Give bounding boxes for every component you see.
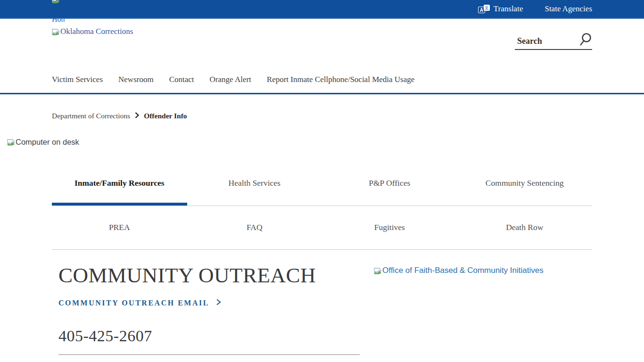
tab-death-row[interactable]: Death Row [457,222,593,232]
broken-image-icon [52,28,59,38]
hero-image-broken: Computer on desk [7,138,79,148]
site-logo-link[interactable]: Oklahoma Corrections [52,27,133,38]
tab-health-services[interactable]: Health Services [187,178,322,188]
tab-prea[interactable]: PREA [52,222,187,232]
broken-image-icon [7,139,15,148]
nav-item-contact[interactable]: Contact [169,75,194,84]
tab-inmate-family-resources[interactable]: Inmate/Family Resources [52,178,187,188]
header-divider-shadow [0,95,644,95]
tab-community-sentencing[interactable]: Community Sentencing [457,178,593,188]
broken-image-icon [374,267,381,277]
tab-row-1: Inmate/Family Resources Health Services … [52,178,592,188]
hero-image-alt-text: Computer on desk [16,138,79,147]
tab-pp-offices[interactable]: P&P Offices [322,178,457,188]
chevron-right-icon [216,299,221,307]
tab-fugitives[interactable]: Fugitives [322,222,457,232]
utility-bar: A 文 Translate State Agencies [0,0,644,19]
community-outreach-email-label: COMMUNITY OUTREACH EMAIL [58,299,209,307]
content-divider [58,354,360,355]
translate-button[interactable]: A 文 Translate [478,4,523,14]
breadcrumb-parent-link[interactable]: Department of Corrections [52,112,130,120]
nav-item-victim-services[interactable]: Victim Services [52,75,103,84]
phone-number: 405-425-2607 [58,327,152,345]
tab-row-2: PREA FAQ Fugitives Death Row [52,222,592,232]
nav-item-newsroom[interactable]: Newsroom [118,75,154,84]
translate-label: Translate [494,4,523,14]
search-icon[interactable] [578,32,592,49]
page: A 文 Translate State Agencies Hon Oklahom… [0,0,644,362]
nav-item-report-cellphone[interactable]: Report Inmate Cellphone/Social Media Usa… [267,75,414,84]
tab-row-2-divider [52,249,592,250]
state-agencies-link[interactable]: State Agencies [545,4,592,14]
nav-item-orange-alert[interactable]: Orange Alert [210,75,251,84]
search-box [515,33,592,50]
tab-row-1-divider [52,206,592,206]
header-divider [0,93,644,94]
main-navigation: Victim Services Newsroom Contact Orange … [52,75,414,84]
page-title: COMMUNITY OUTREACH [58,263,316,288]
chevron-right-icon [135,112,139,120]
translate-icon: A 文 [478,6,490,12]
faith-based-initiatives-link[interactable]: Office of Faith-Based & Community Initia… [374,266,544,277]
faith-based-initiatives-alt-text: Office of Faith-Based & Community Initia… [382,266,544,275]
breadcrumb-current: Offender Info [144,112,187,120]
breadcrumb: Department of Corrections Offender Info [52,112,187,120]
broken-image-icon[interactable] [52,0,59,5]
translate-icon-wen: 文 [484,5,490,11]
community-outreach-email-link[interactable]: COMMUNITY OUTREACH EMAIL [58,299,221,307]
site-logo-alt-text: Oklahoma Corrections [60,27,133,36]
search-input[interactable] [515,36,578,46]
tab-faq[interactable]: FAQ [187,222,322,232]
